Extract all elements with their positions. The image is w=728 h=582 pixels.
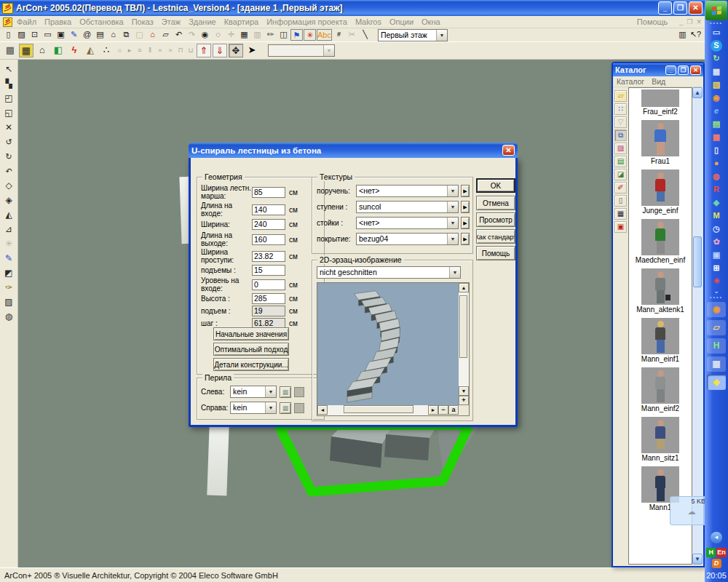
menu-item[interactable]: Информация проекта [266,17,347,26]
quick-launch-icon[interactable]: ◉ [708,92,725,105]
texture-combo[interactable]: suncol ▼ [356,201,459,213]
toolbar-icon[interactable]: ▥ [251,29,264,41]
toolbar-icon[interactable]: ▢ [133,29,146,41]
tool-icon[interactable]: ◇ [1,180,16,192]
catalog-toggle-icon[interactable]: ▥ [676,29,689,41]
catalog-menu-item[interactable]: Вид [652,77,665,86]
floor-combo[interactable]: Первый этаж ▼ [378,29,448,41]
tool-icon[interactable]: ↖ [1,64,16,76]
quick-launch-icon[interactable]: ▣ [708,249,725,262]
railing-swatch[interactable] [294,387,304,397]
toolbar-icon[interactable]: ✂ [346,29,358,41]
tool-icon[interactable]: ◍ [1,311,16,323]
catalog-item[interactable]: Mann_aktenk1 [629,268,692,314]
toolbar-icon[interactable]: ⇓ [213,44,227,57]
texture-combo[interactable]: <нет> ▼ [356,217,459,229]
catalog-maximize-icon[interactable]: ❐ [678,65,689,75]
quick-launch-icon[interactable]: ▦ [708,65,725,79]
toolbar-icon[interactable]: ◭ [83,44,98,57]
menu-item[interactable]: Файл [17,17,36,26]
tool-icon[interactable]: ✳ [1,239,16,250]
chevron-down-icon[interactable]: ▼ [447,186,458,196]
toolbar-icon[interactable]: ▦ [238,29,250,41]
tool-icon[interactable]: ✑ [1,282,16,294]
menu-item[interactable]: Здание [189,17,216,26]
toolbar-icon[interactable]: ⌂ [35,44,50,57]
toolbar-icon[interactable]: ⇑ [197,44,211,57]
field-input[interactable]: 23.82 [252,251,285,262]
scroll-up-icon[interactable]: ▲ [459,283,469,292]
toolbar-icon[interactable]: ≡ [135,44,144,57]
field-input[interactable]: 19 [252,306,285,316]
toolbar-icon[interactable]: ✎ [68,29,80,41]
field-input[interactable]: 15 [252,265,285,276]
catalog-item-thumbnail[interactable] [641,417,679,453]
toolbar-icon[interactable]: ∴ [99,44,114,57]
chevron-down-icon[interactable]: ▼ [449,267,460,278]
menu-item-help[interactable]: Помощь [637,17,668,26]
quick-launch-icon[interactable]: ✿ [708,236,725,249]
catalog-item-thumbnail[interactable] [641,219,679,255]
dialog-action-button[interactable]: Помощь [476,246,515,260]
toolbar-icon[interactable]: ↷ [186,29,198,41]
menu-item[interactable]: Опции [389,17,414,26]
tool-icon[interactable]: ⊿ [1,224,16,236]
texture-combo[interactable]: bezug04 ▼ [356,233,459,245]
toolbar-icon[interactable]: ▭ [41,29,54,41]
catalog-tool-icon[interactable]: ⧉ [614,129,627,141]
scroll-up-icon[interactable]: ▲ [692,87,703,98]
quick-launch-icon[interactable]: ◷ [708,223,725,236]
toolbar-icon[interactable]: # [333,29,345,41]
toolbar-icon[interactable]: ⧉ [120,29,132,41]
catalog-tool-icon[interactable]: ▱ [614,90,627,102]
toolbar-icon[interactable]: ↶ [173,29,185,41]
catalog-minimize-icon[interactable]: _ [665,65,676,75]
texture-browse-button[interactable]: ▶ [461,233,470,245]
menu-item[interactable]: Makros [355,17,381,26]
catalog-item-thumbnail[interactable] [641,170,679,206]
catalog-item-thumbnail[interactable] [641,89,679,107]
mdi-minimize-icon[interactable]: _ [679,18,683,25]
catalog-tool-icon[interactable]: ▦ [614,208,627,220]
menu-item[interactable]: Обстановка [79,17,123,26]
catalog-item[interactable]: Frau_einf2 [629,89,692,116]
mdi-restore-icon[interactable]: ❐ [687,18,692,25]
toolbar-icon[interactable]: ◌ [212,29,224,41]
dialog-action-button[interactable]: Отмена [476,196,515,210]
mdi-close-icon[interactable]: ✕ [696,18,702,25]
toolbar-icon[interactable]: ▦ [19,44,33,57]
quick-launch-icon[interactable]: ▧ [708,79,725,92]
toolbar-icon[interactable]: ⌂ [107,29,119,41]
catalog-item-thumbnail[interactable] [641,367,679,404]
tool-icon[interactable]: ◱ [1,108,16,119]
chevron-down-icon[interactable]: ▼ [265,386,276,397]
menu-item[interactable]: Показ [132,17,154,26]
toolbar-icon[interactable]: ╲ [359,29,371,41]
toolbar-icon[interactable]: « [156,44,165,57]
chevron-down-icon[interactable]: ▼ [265,402,276,413]
field-input[interactable]: 140 [252,204,285,215]
toolbar-icon[interactable]: ▯ [2,29,15,41]
tool-icon[interactable]: ↺ [1,137,16,148]
catalog-item[interactable]: Maedchen_einf [629,219,692,264]
toolbar-icon[interactable]: ▩ [3,44,17,57]
chevron-down-icon[interactable]: ▼ [436,30,447,41]
quick-launch-icon[interactable]: ▯ [708,144,725,157]
toolbar-icon[interactable]: ⚑ [290,29,303,41]
catalog-scrollbar[interactable]: ▲ ▼ [692,87,703,565]
quick-launch-icon[interactable]: ▭ [708,26,725,39]
catalog-item[interactable]: Frau1 [629,120,692,165]
auto-fit-button[interactable]: a [448,405,459,415]
dialog-action-button[interactable]: Просмотр [476,212,515,227]
taskbar-window-button[interactable]: ▱ [707,320,726,335]
field-input[interactable]: 85 [252,187,285,198]
menu-item[interactable]: Правка [44,17,71,26]
toolbar-icon[interactable]: ⊔ [186,44,195,57]
tool-icon[interactable]: ✎ [1,253,16,265]
quick-launch-icon[interactable]: ▤ [708,118,725,131]
toolbar-icon[interactable]: ϟ [67,44,82,57]
catalog-tool-icon[interactable]: ▯ [614,195,627,207]
preview-horizontal-scrollbar[interactable]: ◄ ► − a [317,405,459,415]
toolbar-icon[interactable]: ▣ [55,29,67,41]
toolbar-icon[interactable]: ✛ [225,29,237,41]
